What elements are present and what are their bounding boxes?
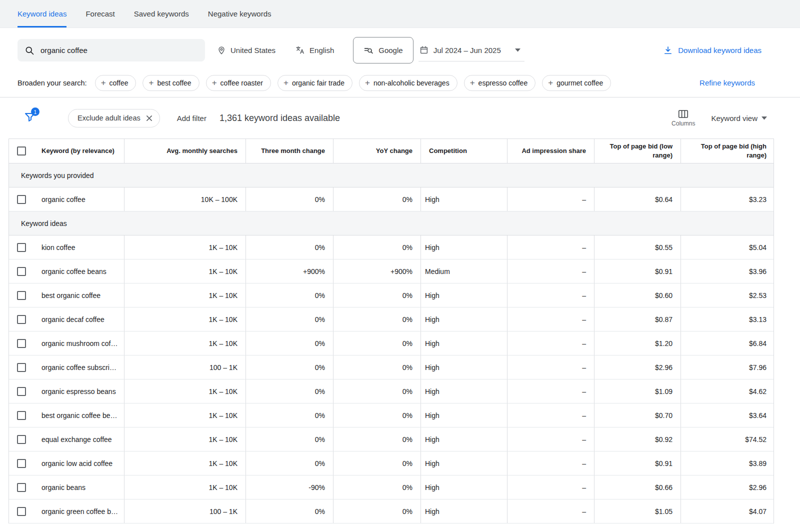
keyword-view-label: Keyword view xyxy=(711,114,758,122)
cell-three-month: -90% xyxy=(246,476,333,499)
search-section: United States English Google xyxy=(0,28,800,68)
cell-yoy: 0% xyxy=(333,284,420,307)
cell-searches: 1K – 10K xyxy=(124,452,246,475)
broaden-search-row: Broaden your search: +coffee +best coffe… xyxy=(0,68,800,98)
results-toolbar: 1 Exclude adult ideas Add filter 1,361 k… xyxy=(0,98,800,138)
cell-low-bid: $0.91 xyxy=(594,260,680,283)
row-checkbox[interactable] xyxy=(17,435,26,444)
row-checkbox[interactable] xyxy=(17,483,26,492)
tab-keyword-ideas[interactable]: Keyword ideas xyxy=(18,0,66,28)
cell-high-bid: $74.52 xyxy=(680,428,774,451)
cell-high-bid: $4.07 xyxy=(680,500,774,523)
date-range-selector[interactable]: Jul 2024 – Jun 2025 xyxy=(418,39,524,62)
cell-low-bid: $0.66 xyxy=(594,476,680,499)
cell-ad-share: – xyxy=(507,500,594,523)
row-checkbox[interactable] xyxy=(17,411,26,420)
cell-three-month: 0% xyxy=(246,332,333,355)
row-checkbox[interactable] xyxy=(17,363,26,372)
table-row: organic decaf coffee 1K – 10K 0% 0% High… xyxy=(9,308,774,332)
chip-best-coffee[interactable]: +best coffee xyxy=(142,75,199,91)
table-row: organic coffee 10K – 100K 0% 0% High – $… xyxy=(9,188,774,212)
row-checkbox[interactable] xyxy=(17,387,26,396)
cell-yoy: 0% xyxy=(333,428,420,451)
date-range-label: Jul 2024 – Jun 2025 xyxy=(434,46,501,54)
cell-competition: High xyxy=(420,380,507,403)
table-header-row: Keyword (by relevance) Avg. monthly sear… xyxy=(9,139,774,164)
tab-negative-keywords[interactable]: Negative keywords xyxy=(208,0,272,28)
cell-searches: 100 – 1K xyxy=(124,356,246,379)
cell-high-bid: $2.53 xyxy=(680,284,774,307)
cell-yoy: 0% xyxy=(333,308,420,331)
plus-icon: + xyxy=(212,78,217,87)
cell-keyword: equal exchange coffee xyxy=(34,428,124,451)
plus-icon: + xyxy=(548,78,553,87)
refine-keywords-link[interactable]: Refine keywords xyxy=(700,78,755,87)
row-checkbox[interactable] xyxy=(17,315,26,324)
table-row: organic mushroom cof… 1K – 10K 0% 0% Hig… xyxy=(9,332,774,356)
row-checkbox-cell xyxy=(9,452,34,475)
cell-competition: High xyxy=(420,452,507,475)
cell-low-bid: $0.70 xyxy=(594,404,680,427)
filter-funnel-button[interactable]: 1 xyxy=(24,111,38,125)
cell-searches: 1K – 10K xyxy=(124,308,246,331)
cell-ad-share: – xyxy=(507,236,594,259)
table-section-row: Keywords you provided xyxy=(9,164,774,188)
cell-competition: High xyxy=(420,476,507,499)
cell-three-month: 0% xyxy=(246,500,333,523)
cell-three-month: 0% xyxy=(246,236,333,259)
row-checkbox[interactable] xyxy=(17,267,26,276)
cell-low-bid: $1.05 xyxy=(594,500,680,523)
row-checkbox-cell xyxy=(9,236,34,259)
cell-keyword: organic green coffee b… xyxy=(34,500,124,523)
row-checkbox[interactable] xyxy=(17,195,26,204)
close-icon[interactable] xyxy=(146,115,152,122)
chip-coffee-roaster[interactable]: +coffee roaster xyxy=(206,75,271,91)
cell-ad-share: – xyxy=(507,284,594,307)
keyword-view-selector[interactable]: Keyword view xyxy=(711,114,767,122)
chip-gourmet-coffee[interactable]: +gourmet coffee xyxy=(542,75,611,91)
cell-ad-share: – xyxy=(507,476,594,499)
row-checkbox[interactable] xyxy=(17,291,26,300)
network-label: Google xyxy=(378,46,402,54)
search-input[interactable] xyxy=(40,46,198,54)
keyword-ideas-table: Keyword (by relevance) Avg. monthly sear… xyxy=(8,138,774,524)
plus-icon: + xyxy=(470,78,475,87)
keyword-search-box[interactable] xyxy=(18,39,205,62)
network-selector[interactable]: Google xyxy=(353,37,413,64)
tab-forecast[interactable]: Forecast xyxy=(86,0,114,28)
row-checkbox[interactable] xyxy=(17,339,26,348)
cell-keyword: organic decaf coffee xyxy=(34,308,124,331)
table-row: best organic coffee be… 1K – 10K 0% 0% H… xyxy=(9,404,774,428)
chip-non-alcoholic-beverages[interactable]: +non-alcoholic beverages xyxy=(359,75,458,91)
chip-coffee[interactable]: +coffee xyxy=(95,75,136,91)
cell-keyword: organic mushroom cof… xyxy=(34,332,124,355)
cell-keyword: organic coffee beans xyxy=(34,260,124,283)
chip-espresso-coffee[interactable]: +espresso coffee xyxy=(464,75,536,91)
exclude-adult-ideas-chip[interactable]: Exclude adult ideas xyxy=(68,109,160,128)
tab-saved-keywords[interactable]: Saved keywords xyxy=(134,0,189,28)
cell-keyword: best organic coffee xyxy=(34,284,124,307)
cell-three-month: 0% xyxy=(246,356,333,379)
cell-searches: 1K – 10K xyxy=(124,404,246,427)
cell-low-bid: $1.09 xyxy=(594,380,680,403)
calendar-icon xyxy=(420,46,428,54)
row-checkbox-cell xyxy=(9,404,34,427)
cell-keyword: best organic coffee be… xyxy=(34,404,124,427)
row-checkbox[interactable] xyxy=(17,459,26,468)
download-keyword-ideas-link[interactable]: Download keyword ideas xyxy=(663,46,762,56)
cell-low-bid: $0.92 xyxy=(594,428,680,451)
row-checkbox-cell xyxy=(9,428,34,451)
chip-organic-fair-trade[interactable]: +organic fair trade xyxy=(278,75,352,91)
row-checkbox[interactable] xyxy=(17,507,26,516)
select-all-checkbox[interactable] xyxy=(17,146,26,156)
columns-button[interactable]: Columns xyxy=(672,110,695,127)
row-checkbox[interactable] xyxy=(17,243,26,252)
cell-low-bid: $0.91 xyxy=(594,452,680,475)
cell-three-month: 0% xyxy=(246,380,333,403)
language-setting[interactable]: English xyxy=(296,46,334,55)
table-row: equal exchange coffee 1K – 10K 0% 0% Hig… xyxy=(9,428,774,452)
location-setting[interactable]: United States xyxy=(217,46,276,55)
add-filter-button[interactable]: Add filter xyxy=(177,114,206,122)
plus-icon: + xyxy=(101,78,106,87)
cell-competition: High xyxy=(420,308,507,331)
